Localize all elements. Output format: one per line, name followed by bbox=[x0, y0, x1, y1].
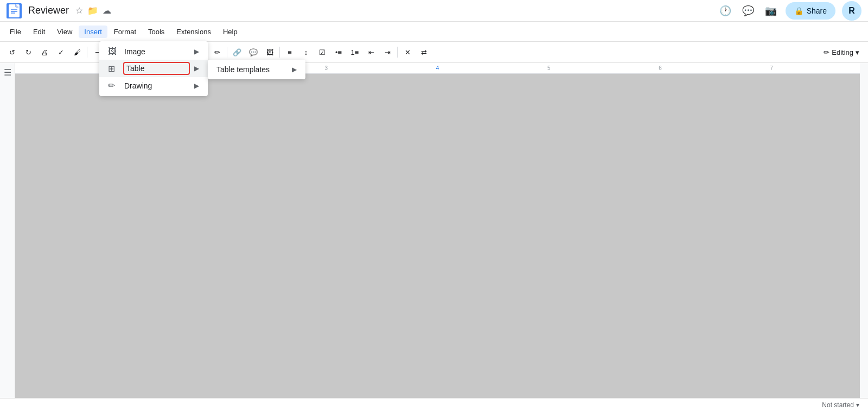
avatar[interactable]: R bbox=[842, 1, 861, 21]
cloud-icon[interactable]: ☁ bbox=[103, 5, 111, 16]
menu-bar: File Edit View Insert Format Tools Exten… bbox=[0, 22, 868, 41]
ruler-mark-3: 3 bbox=[324, 65, 328, 71]
undo-button[interactable]: ↺ bbox=[4, 45, 20, 60]
document-area[interactable]: 1 2 3 4 5 6 7 bbox=[15, 63, 860, 411]
table-label: Table bbox=[124, 63, 189, 74]
sidebar-left: ☰ bbox=[0, 63, 15, 411]
spellcheck-button[interactable]: ✓ bbox=[53, 45, 68, 60]
svg-rect-0 bbox=[9, 4, 20, 17]
separator-1 bbox=[87, 47, 87, 58]
share-button[interactable]: 🔒 Share bbox=[786, 2, 835, 20]
app-icon bbox=[7, 3, 22, 18]
decrease-indent-button[interactable]: ⇤ bbox=[363, 45, 379, 60]
history-button[interactable]: 🕐 bbox=[717, 3, 733, 19]
star-icon[interactable]: ☆ bbox=[75, 5, 83, 16]
comment-button[interactable]: 💬 bbox=[740, 3, 756, 19]
outline-icon[interactable]: ☰ bbox=[4, 67, 11, 78]
line-spacing-button[interactable]: ↕ bbox=[298, 45, 314, 60]
menu-insert[interactable]: Insert bbox=[79, 26, 107, 38]
image-arrow: ▶ bbox=[194, 48, 199, 55]
ruler-mark-5: 5 bbox=[547, 65, 551, 71]
title-right: 🕐 💬 📷 🔒 Share R bbox=[717, 1, 861, 21]
menu-format[interactable]: Format bbox=[108, 26, 142, 38]
insert-menu-dropdown: 🖼 Image ▶ ⊞ Table ▶ Table templates ▶ ✏ … bbox=[99, 41, 208, 96]
video-call-button[interactable]: 📷 bbox=[763, 3, 779, 19]
table-submenu: Table templates ▶ bbox=[208, 60, 305, 79]
ruler-mark-4: 4 bbox=[436, 65, 439, 71]
format-paint-button[interactable]: 🖌 bbox=[69, 45, 85, 60]
comment-toolbar-button[interactable]: 💬 bbox=[246, 45, 261, 60]
doc-title[interactable]: Reviewer bbox=[28, 5, 69, 16]
checklist-button[interactable]: ☑ bbox=[315, 45, 330, 60]
page[interactable] bbox=[15, 74, 860, 400]
menu-view[interactable]: View bbox=[52, 26, 78, 38]
table-arrow: ▶ bbox=[194, 65, 199, 72]
table-templates-item[interactable]: Table templates ▶ bbox=[208, 62, 305, 77]
folder-icon[interactable]: 📁 bbox=[87, 5, 98, 16]
bullet-list-button[interactable]: •≡ bbox=[331, 45, 346, 60]
editing-mode-button[interactable]: ✏ Editing ▾ bbox=[819, 46, 864, 59]
menu-extensions[interactable]: Extensions bbox=[171, 26, 216, 38]
insert-drawing-item[interactable]: ✏ Drawing ▶ bbox=[99, 77, 208, 94]
clear-format-button[interactable]: ✕ bbox=[400, 45, 415, 60]
editing-label: Editing bbox=[832, 48, 853, 56]
title-bar: Reviewer ☆ 📁 ☁ 🕐 💬 📷 🔒 Share R bbox=[0, 0, 868, 22]
num-list-button[interactable]: 1≡ bbox=[347, 45, 362, 60]
status-bar: Not started ▾ bbox=[0, 398, 868, 411]
main-area: ☰ 1 2 3 4 5 6 7 bbox=[0, 63, 868, 411]
table-templates-label: Table templates bbox=[216, 65, 286, 74]
menu-help[interactable]: Help bbox=[218, 26, 243, 38]
link-button[interactable]: 🔗 bbox=[229, 45, 245, 60]
sidebar-right bbox=[860, 63, 868, 411]
editing-dropdown-icon: ▾ bbox=[856, 48, 859, 56]
ltr-button[interactable]: ⇄ bbox=[416, 45, 431, 60]
status-dropdown-icon: ▾ bbox=[856, 401, 859, 409]
insert-table-item[interactable]: ⊞ Table ▶ Table templates ▶ bbox=[99, 60, 208, 77]
image-icon: 🖼 bbox=[108, 47, 119, 56]
align-button[interactable]: ≡ bbox=[282, 45, 297, 60]
status-button[interactable]: Not started ▾ bbox=[822, 401, 859, 409]
print-button[interactable]: 🖨 bbox=[37, 45, 52, 60]
share-label: Share bbox=[807, 7, 827, 15]
table-icon: ⊞ bbox=[108, 64, 119, 74]
menu-tools[interactable]: Tools bbox=[143, 26, 170, 38]
table-templates-arrow: ▶ bbox=[292, 66, 297, 73]
status-label: Not started bbox=[822, 401, 854, 409]
share-lock-icon: 🔒 bbox=[794, 7, 803, 15]
separator-5 bbox=[397, 47, 398, 58]
separator-4 bbox=[279, 47, 280, 58]
title-icons: ☆ 📁 ☁ bbox=[75, 5, 111, 16]
image-toolbar-button[interactable]: 🖼 bbox=[262, 45, 277, 60]
separator-3 bbox=[227, 47, 227, 58]
pencil-icon: ✏ bbox=[824, 48, 829, 56]
image-label: Image bbox=[124, 47, 189, 56]
insert-image-item[interactable]: 🖼 Image ▶ bbox=[99, 43, 208, 60]
increase-indent-button[interactable]: ⇥ bbox=[380, 45, 395, 60]
redo-button[interactable]: ↻ bbox=[21, 45, 36, 60]
ruler-mark-6: 6 bbox=[659, 65, 662, 71]
highlight-button[interactable]: ✏ bbox=[209, 45, 225, 60]
drawing-label: Drawing bbox=[124, 81, 189, 90]
ruler-mark-7: 7 bbox=[770, 65, 774, 71]
drawing-icon: ✏ bbox=[108, 80, 119, 91]
menu-edit[interactable]: Edit bbox=[28, 26, 50, 38]
menu-file[interactable]: File bbox=[4, 26, 27, 38]
drawing-arrow: ▶ bbox=[194, 82, 199, 90]
